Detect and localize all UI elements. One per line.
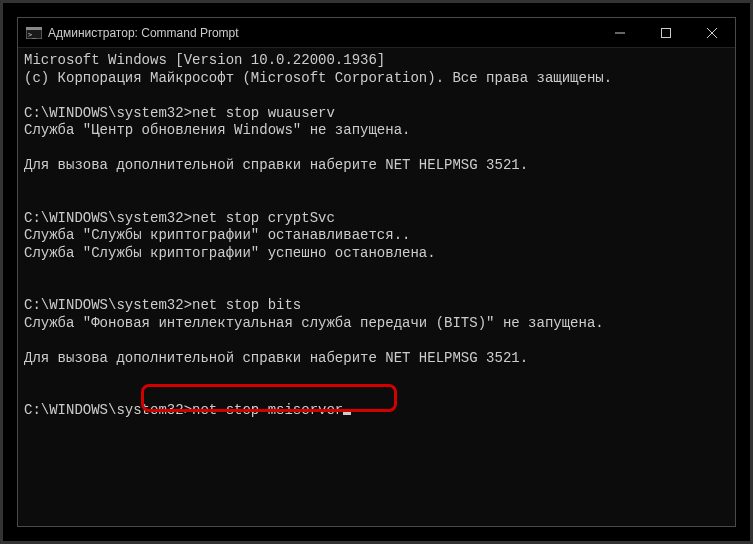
terminal-output-line (24, 140, 729, 158)
terminal-current-line[interactable]: C:\WINDOWS\system32>net stop msiserver (24, 402, 729, 420)
terminal-output-line: (c) Корпорация Майкрософт (Microsoft Cor… (24, 70, 729, 88)
terminal-output-line: C:\WINDOWS\system32>net stop bits (24, 297, 729, 315)
titlebar[interactable]: >_ Администратор: Command Prompt (18, 18, 735, 48)
terminal-output-line: Служба "Центр обновления Windows" не зап… (24, 122, 729, 140)
close-button[interactable] (689, 18, 735, 47)
minimize-button[interactable] (597, 18, 643, 47)
svg-text:>_: >_ (28, 31, 37, 39)
cmd-icon: >_ (26, 26, 42, 40)
terminal-prompt: C:\WINDOWS\system32> (24, 402, 192, 418)
terminal-output-line (24, 280, 729, 298)
terminal-area[interactable]: Microsoft Windows [Version 10.0.22000.19… (18, 48, 735, 526)
terminal-output-line: Microsoft Windows [Version 10.0.22000.19… (24, 52, 729, 70)
window-controls (597, 18, 735, 47)
svg-rect-1 (26, 27, 42, 30)
terminal-output-line: Служба "Фоновая интеллектуальная служба … (24, 315, 729, 333)
terminal-output-line (24, 332, 729, 350)
terminal-output-line (24, 385, 729, 403)
screenshot-frame: >_ Администратор: Command Prompt (0, 0, 753, 544)
titlebar-left: >_ Администратор: Command Prompt (18, 26, 597, 40)
terminal-output-line: Служба "Службы криптографии" останавлива… (24, 227, 729, 245)
terminal-output-line (24, 87, 729, 105)
terminal-output-line: Для вызова дополнительной справки набери… (24, 350, 729, 368)
terminal-output-line: Для вызова дополнительной справки набери… (24, 157, 729, 175)
terminal-output-line (24, 175, 729, 193)
terminal-input[interactable]: net stop msiserver (192, 402, 343, 418)
maximize-button[interactable] (643, 18, 689, 47)
terminal-output-line: C:\WINDOWS\system32>net stop wuauserv (24, 105, 729, 123)
svg-rect-4 (662, 28, 671, 37)
window-title: Администратор: Command Prompt (48, 26, 239, 40)
terminal-output-line (24, 262, 729, 280)
command-prompt-window: >_ Администратор: Command Prompt (17, 17, 736, 527)
terminal-output-line: Служба "Службы криптографии" успешно ост… (24, 245, 729, 263)
terminal-output-line (24, 192, 729, 210)
cursor-icon (343, 412, 351, 415)
terminal-output-line: C:\WINDOWS\system32>net stop cryptSvc (24, 210, 729, 228)
terminal-output-line (24, 367, 729, 385)
